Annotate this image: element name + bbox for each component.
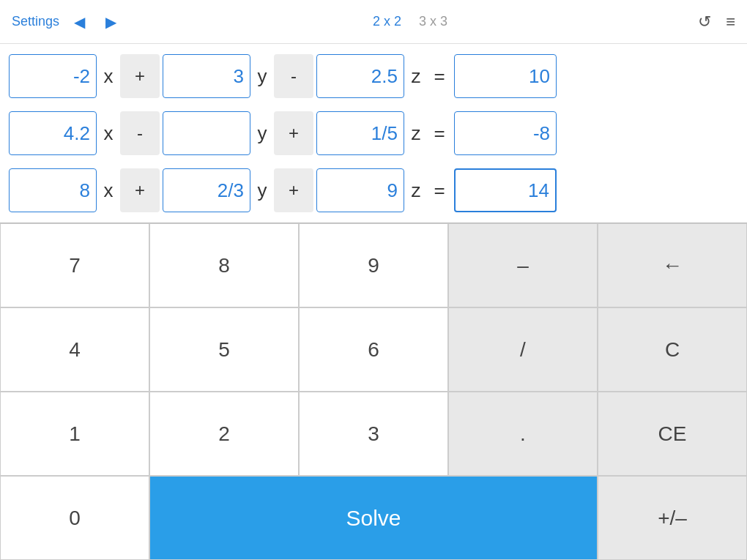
eq1-op1[interactable]: +	[120, 54, 160, 98]
grid-inactive-label[interactable]: 3 x 3	[419, 14, 447, 29]
nav-back-button[interactable]: ◀	[68, 10, 91, 34]
key-7[interactable]: 7	[0, 223, 149, 307]
key-negate[interactable]: –	[448, 223, 598, 307]
key-2[interactable]: 2	[149, 392, 299, 476]
key-divide[interactable]: /	[448, 307, 598, 392]
eq3-coeff2[interactable]	[163, 168, 250, 212]
eq1-var3: z	[407, 65, 425, 88]
key-6[interactable]: 6	[299, 307, 448, 392]
equation-row-3: x + y + z =	[9, 164, 738, 217]
eq3-equals: =	[428, 179, 451, 202]
key-clear[interactable]: C	[598, 307, 747, 392]
key-9[interactable]: 9	[299, 223, 448, 307]
eq2-var2: y	[253, 122, 271, 145]
eq1-op2[interactable]: -	[274, 54, 313, 98]
main-content: x + y - z = x - y + z = x +	[0, 44, 747, 560]
key-3[interactable]: 3	[299, 392, 448, 476]
eq1-coeff3[interactable]	[316, 54, 404, 98]
solve-button[interactable]: Solve	[149, 476, 598, 560]
eq2-coeff2[interactable]	[163, 111, 250, 155]
key-8[interactable]: 8	[149, 223, 299, 307]
eq3-var3: z	[407, 179, 425, 202]
equation-row-2: x - y + z =	[9, 107, 738, 160]
key-0[interactable]: 0	[0, 476, 149, 560]
equation-row-1: x + y - z =	[9, 50, 738, 102]
menu-button[interactable]: ≡	[726, 12, 735, 31]
key-5[interactable]: 5	[149, 307, 299, 392]
eq1-equals: =	[428, 65, 451, 88]
settings-button[interactable]: Settings	[12, 14, 59, 29]
equations-section: x + y - z = x - y + z = x +	[0, 44, 747, 223]
eq1-var2: y	[253, 65, 271, 88]
eq2-var1: x	[100, 122, 117, 145]
header-right: ↺ ≡	[698, 12, 735, 31]
eq1-result[interactable]	[454, 54, 557, 98]
eq2-equals: =	[428, 122, 451, 145]
key-backspace[interactable]: ←	[598, 223, 747, 307]
header: Settings ◀ ▶ 2 x 2 3 x 3 ↺ ≡	[0, 0, 747, 44]
eq3-coeff1[interactable]	[9, 168, 97, 212]
eq3-op1[interactable]: +	[120, 168, 160, 212]
grid-active-label[interactable]: 2 x 2	[373, 14, 401, 29]
eq1-coeff1[interactable]	[9, 54, 97, 98]
eq3-result[interactable]	[454, 168, 557, 212]
eq3-op2[interactable]: +	[274, 168, 313, 212]
header-center: 2 x 2 3 x 3	[373, 14, 447, 29]
undo-button[interactable]: ↺	[698, 12, 711, 31]
key-4[interactable]: 4	[0, 307, 149, 392]
nav-forward-button[interactable]: ▶	[100, 10, 122, 34]
eq2-op1[interactable]: -	[120, 111, 160, 155]
eq2-var3: z	[407, 122, 425, 145]
eq2-result[interactable]	[454, 111, 557, 155]
eq2-op2[interactable]: +	[274, 111, 313, 155]
eq2-coeff3[interactable]	[316, 111, 404, 155]
key-1[interactable]: 1	[0, 392, 149, 476]
header-left: Settings ◀ ▶	[12, 10, 122, 34]
eq1-coeff2[interactable]	[163, 54, 250, 98]
eq3-coeff3[interactable]	[316, 168, 404, 212]
key-plus-minus[interactable]: +/–	[598, 476, 747, 560]
eq1-var1: x	[100, 65, 117, 88]
keypad: 7 8 9 – ← 4 5 6 / C 1 2 3 . CE 0 Solve +…	[0, 223, 747, 560]
eq3-var1: x	[100, 179, 117, 202]
key-clear-entry[interactable]: CE	[598, 392, 747, 476]
eq3-var2: y	[253, 179, 271, 202]
eq2-coeff1[interactable]	[9, 111, 97, 155]
key-dot[interactable]: .	[448, 392, 598, 476]
